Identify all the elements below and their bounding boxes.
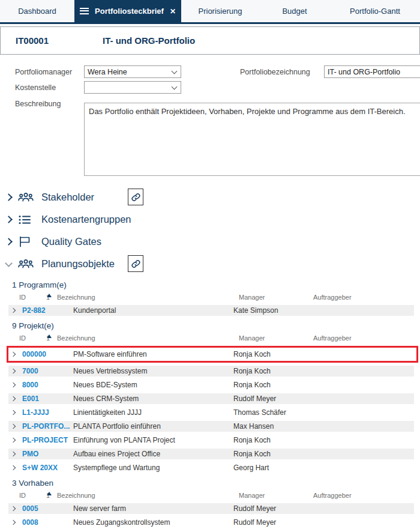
- column-auftraggeber[interactable]: Auftraggeber: [313, 294, 352, 301]
- row-expander[interactable]: [8, 452, 22, 456]
- column-manager[interactable]: Manager: [239, 334, 265, 342]
- table-row[interactable]: P2-882 Kundenportal Kate Simpson: [8, 305, 414, 316]
- row-expander[interactable]: [8, 466, 22, 470]
- group-title: 9 Projekt(e): [12, 321, 420, 330]
- portfolio-id: IT00001: [16, 35, 49, 46]
- expander-chevron-icon[interactable]: [5, 193, 13, 201]
- row-id-link[interactable]: PL-PORTFO...: [22, 422, 73, 431]
- row-expander[interactable]: [8, 411, 22, 414]
- table-row[interactable]: 0005 New server farm Rudolf Meyer: [8, 503, 414, 514]
- portfoliomanager-value: Wera Heine: [88, 68, 127, 76]
- section-stakeholder[interactable]: Stakeholder: [0, 186, 420, 208]
- row-id-link[interactable]: PL-PROJECT: [22, 436, 73, 444]
- tab-portfolio-gantt[interactable]: Portfolio-Gantt: [330, 0, 420, 22]
- kostenstelle-label: Kostenstelle: [15, 83, 56, 92]
- column-id[interactable]: ID: [19, 492, 26, 499]
- tab-label: Portfoliosteckbrief: [95, 7, 164, 16]
- chevron-down-icon: [172, 84, 178, 90]
- row-bezeichnung: Neues CRM-System: [73, 394, 233, 403]
- row-bezeichnung: Einführung von PLANTA Project: [73, 436, 233, 444]
- sort-asc-icon: [47, 294, 52, 297]
- column-manager[interactable]: Manager: [239, 492, 265, 499]
- row-manager: Rudolf Meyer: [233, 394, 316, 403]
- row-id-link[interactable]: E001: [22, 394, 73, 403]
- row-manager: Ronja Koch: [233, 381, 316, 389]
- chevron-right-icon: [11, 465, 16, 470]
- table-row[interactable]: PMO Aufbau eines Project Office Ronja Ko…: [8, 449, 414, 459]
- section-kostenartengruppen[interactable]: Kostenartengruppen: [0, 208, 420, 231]
- row-expander[interactable]: [8, 507, 22, 510]
- row-expander[interactable]: [8, 309, 22, 312]
- link-button[interactable]: [128, 255, 143, 272]
- expander-chevron-icon[interactable]: [5, 216, 13, 223]
- chevron-right-icon: [11, 520, 16, 525]
- portfoliomanager-select[interactable]: Wera Heine: [84, 65, 181, 78]
- row-expander[interactable]: [8, 438, 22, 442]
- row-id-link[interactable]: 0005: [22, 504, 73, 513]
- table-row[interactable]: 000000 PM-Software einführen Ronja Koch: [7, 346, 418, 363]
- row-expander[interactable]: [8, 352, 22, 356]
- row-manager: Rudolf Meyer: [233, 518, 316, 527]
- row-id-link[interactable]: PMO: [22, 450, 73, 458]
- row-expander[interactable]: [8, 397, 22, 401]
- column-id[interactable]: ID: [19, 334, 26, 342]
- sort-asc-icon: [47, 492, 52, 495]
- table-row[interactable]: 0008 Neues Zugangskontrollsystem Rudolf …: [8, 517, 414, 528]
- row-bezeichnung: Neues BDE-System: [73, 381, 233, 389]
- row-id-link[interactable]: S+W 20XX: [22, 464, 73, 472]
- row-id-link[interactable]: P2-882: [22, 306, 73, 315]
- portfoliobezeichnung-label: Portfoliobezeichnung: [240, 68, 310, 76]
- hamburger-menu-icon[interactable]: [80, 8, 89, 14]
- column-id[interactable]: ID: [19, 294, 26, 301]
- row-expander[interactable]: [8, 383, 22, 387]
- row-id-link[interactable]: 0008: [22, 518, 73, 527]
- chevron-right-icon: [11, 452, 16, 456]
- table-row[interactable]: L1-JJJJ Linientätigkeiten JJJJ Thomas Sc…: [8, 407, 414, 418]
- row-expander[interactable]: [8, 369, 22, 373]
- row-expander[interactable]: [8, 521, 22, 524]
- row-manager: Ronja Koch: [233, 436, 316, 444]
- tab-label: Priorisierung: [199, 7, 242, 16]
- tab-priorisierung[interactable]: Priorisierung: [181, 0, 259, 22]
- column-manager[interactable]: Manager: [239, 294, 265, 301]
- section-label: Planungsobjekte: [41, 258, 115, 270]
- row-id-link[interactable]: 000000: [22, 350, 73, 358]
- tab-dashboard[interactable]: Dashboard: [0, 0, 74, 22]
- table-body: 000000 PM-Software einführen Ronja Koch …: [0, 346, 420, 473]
- column-bezeichnung[interactable]: Bezeichnung: [57, 334, 95, 342]
- column-bezeichnung[interactable]: Bezeichnung: [57, 492, 95, 499]
- table-row[interactable]: E001 Neues CRM-System Rudolf Meyer: [8, 393, 414, 404]
- table-row[interactable]: PL-PORTFO... PLANTA Portfolio einführen …: [8, 421, 414, 432]
- tab-bar: Dashboard Portfoliosteckbrief ✕ Priorisi…: [0, 0, 420, 24]
- row-bezeichnung: Neues Vertriebssystem: [73, 367, 233, 375]
- portfoliobezeichnung-input[interactable]: IT- und ORG-Portfolio: [324, 65, 420, 78]
- row-manager: Georg Hart: [233, 464, 316, 472]
- table-row[interactable]: 8000 Neues BDE-System Ronja Koch: [8, 379, 414, 390]
- kostenstelle-select[interactable]: [84, 81, 181, 94]
- row-id-link[interactable]: 8000: [22, 381, 73, 389]
- column-bezeichnung[interactable]: Bezeichnung: [57, 294, 95, 301]
- section-planungsobjekte[interactable]: Planungsobjekte: [0, 253, 420, 275]
- table-row[interactable]: PL-PROJECT Einführung von PLANTA Project…: [8, 435, 414, 446]
- expander-chevron-icon[interactable]: [5, 259, 13, 267]
- groups-icon: [18, 191, 34, 204]
- row-id-link[interactable]: 7000: [22, 367, 73, 375]
- row-expander[interactable]: [8, 425, 22, 428]
- column-auftraggeber[interactable]: Auftraggeber: [313, 492, 352, 499]
- link-button[interactable]: [128, 189, 143, 205]
- chevron-right-icon: [11, 506, 16, 511]
- object-group: 3 Vorhaben ID 1 Bezeichnung Manager Auft…: [0, 479, 420, 529]
- groups-icon: [18, 258, 34, 271]
- sort-asc-icon: [47, 334, 52, 338]
- tab-budget[interactable]: Budget: [259, 0, 330, 22]
- table-row[interactable]: 7000 Neues Vertriebssystem Ronja Koch: [8, 366, 414, 376]
- row-id-link[interactable]: L1-JJJJ: [22, 408, 73, 417]
- table-row[interactable]: S+W 20XX Systempflege und Wartung Georg …: [8, 462, 414, 473]
- expander-chevron-icon[interactable]: [5, 238, 13, 246]
- close-icon[interactable]: ✕: [170, 7, 176, 16]
- table-header: ID 1 Bezeichnung Manager Auftraggeber: [0, 492, 420, 501]
- column-auftraggeber[interactable]: Auftraggeber: [313, 334, 352, 342]
- beschreibung-textarea[interactable]: Das Portfolio enthält Projektideen, Vorh…: [84, 103, 420, 176]
- section-quality-gates[interactable]: Quality Gates: [0, 231, 420, 253]
- tab-portfoliosteckbrief[interactable]: Portfoliosteckbrief ✕: [74, 0, 181, 22]
